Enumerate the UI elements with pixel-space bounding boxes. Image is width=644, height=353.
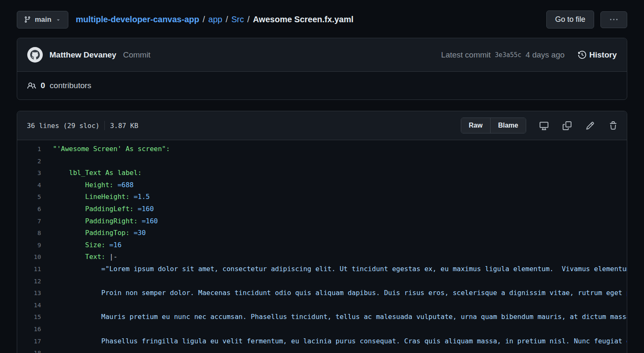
code-text — [41, 347, 57, 353]
raw-blame-group: Raw Blame — [461, 118, 526, 133]
line-number[interactable]: 9 — [17, 239, 41, 251]
code-text — [41, 323, 57, 335]
code-line: 3 lbl_Text As label: — [17, 167, 627, 179]
breadcrumb-segment-src[interactable]: Src — [231, 15, 244, 24]
line-number[interactable]: 3 — [17, 167, 41, 179]
code-text — [41, 275, 57, 288]
line-number[interactable]: 12 — [17, 275, 41, 288]
avatar[interactable] — [27, 47, 43, 63]
file-lines-info: 36 lines (29 sloc) — [27, 122, 99, 130]
line-number[interactable]: 1 — [17, 143, 41, 155]
commit-info-box: Matthew Devaney Commit Latest commit 3e3… — [17, 38, 627, 100]
breadcrumb-separator: / — [226, 15, 228, 24]
code-line: 9 Size: =16 — [17, 239, 627, 251]
more-options-button[interactable] — [600, 11, 627, 28]
line-number[interactable]: 2 — [17, 155, 41, 167]
code-line: 2 — [17, 155, 627, 167]
trash-icon — [609, 121, 618, 130]
pencil-icon — [586, 121, 595, 130]
kebab-icon — [610, 16, 618, 24]
go-to-file-button[interactable]: Go to file — [546, 10, 594, 29]
raw-button[interactable]: Raw — [461, 118, 490, 133]
code-line: 13 Proin non semper dolor. Maecenas tinc… — [17, 287, 627, 299]
code-line: 16 — [17, 323, 627, 335]
code-line: 1"'Awesome Screen' As screen": — [17, 143, 627, 155]
breadcrumb-file-name: Awesome Screen.fx.yaml — [253, 15, 353, 24]
code-line: 10 Text: |- — [17, 251, 627, 263]
contributors-count: 0 — [41, 81, 45, 90]
line-number[interactable]: 16 — [17, 323, 41, 335]
copy-file-button[interactable] — [562, 120, 572, 131]
topbar-right: Go to file — [546, 10, 627, 29]
code-line: 5 LineHeight: =1.5 — [17, 191, 627, 203]
open-raw-button[interactable] — [539, 120, 549, 131]
commit-hash[interactable]: 3e3a55c — [495, 51, 521, 59]
chevron-down-icon — [55, 17, 61, 23]
code-line: 8 PaddingTop: =30 — [17, 227, 627, 239]
blame-button[interactable]: Blame — [490, 118, 526, 133]
commit-message[interactable]: Commit — [123, 50, 150, 60]
file-content-box: 36 lines (29 sloc) 3.87 KB Raw Blame — [17, 111, 627, 353]
line-number[interactable]: 11 — [17, 263, 41, 275]
branch-name: main — [35, 16, 52, 24]
commit-author-name[interactable]: Matthew Devaney — [49, 50, 116, 60]
people-icon — [27, 81, 36, 90]
line-number[interactable]: 15 — [17, 311, 41, 323]
breadcrumb-separator: / — [247, 15, 250, 24]
line-number[interactable]: 4 — [17, 179, 41, 191]
code-line: 7 PaddingRight: =160 — [17, 215, 627, 227]
code-text: Proin non semper dolor. Maecenas tincidu… — [41, 287, 627, 299]
latest-commit-bar: Matthew Devaney Commit Latest commit 3e3… — [17, 38, 627, 72]
breadcrumb-repo-link[interactable]: multiple-developer-canvas-app — [76, 15, 200, 24]
breadcrumb: multiple-developer-canvas-app / app / Sr… — [76, 15, 353, 24]
code-text: PaddingLeft: =160 — [41, 203, 154, 215]
file-size: 3.87 KB — [110, 122, 138, 130]
commit-time: 4 days ago — [526, 50, 565, 60]
history-link[interactable]: History — [578, 50, 617, 60]
file-nav-bar: main multiple-developer-canvas-app / app… — [17, 10, 627, 29]
code-line: 18 — [17, 347, 627, 353]
breadcrumb-separator: / — [203, 15, 205, 24]
code-line: 14 — [17, 299, 627, 311]
code-text: Phasellus fringilla ligula eu velit ferm… — [41, 335, 627, 348]
code-line: 15 Mauris pretium eu nunc nec accumsan. … — [17, 311, 627, 323]
code-text: Size: =16 — [41, 239, 122, 251]
file-header-bar: 36 lines (29 sloc) 3.87 KB Raw Blame — [17, 111, 627, 140]
code-line: 4 Height: =688 — [17, 179, 627, 191]
code-text — [41, 155, 57, 167]
code-line: 12 — [17, 275, 627, 288]
line-number[interactable]: 6 — [17, 203, 41, 215]
code-viewer: 1"'Awesome Screen' As screen":2 3 lbl_Te… — [17, 140, 627, 353]
divider — [104, 121, 105, 130]
edit-file-button[interactable] — [585, 120, 595, 131]
contributors-label: contributors — [50, 81, 91, 90]
code-text: Text: |- — [41, 251, 117, 263]
code-text: Height: =688 — [41, 179, 134, 191]
latest-commit-label: Latest commit — [441, 50, 491, 60]
line-number[interactable]: 18 — [17, 347, 41, 353]
history-icon — [578, 51, 586, 59]
code-text: "'Awesome Screen' As screen": — [41, 143, 170, 155]
branch-selector[interactable]: main — [17, 11, 68, 29]
code-line: 6 PaddingLeft: =160 — [17, 203, 627, 215]
line-number[interactable]: 13 — [17, 287, 41, 299]
line-number[interactable]: 14 — [17, 299, 41, 311]
code-text: Mauris pretium eu nunc nec accumsan. Pha… — [41, 311, 627, 323]
git-branch-icon — [24, 16, 31, 23]
breadcrumb-segment-app[interactable]: app — [208, 15, 222, 24]
line-number[interactable]: 8 — [17, 227, 41, 239]
code-text: PaddingTop: =30 — [41, 227, 146, 239]
line-number[interactable]: 10 — [17, 251, 41, 263]
delete-file-button[interactable] — [608, 120, 618, 131]
commit-author: Matthew Devaney Commit — [27, 47, 151, 63]
line-number[interactable]: 7 — [17, 215, 41, 227]
line-number[interactable]: 17 — [17, 335, 41, 348]
code-text — [41, 299, 57, 311]
device-desktop-icon — [540, 121, 548, 130]
commit-meta: Latest commit 3e3a55c 4 days ago History — [441, 50, 617, 60]
contributors-row[interactable]: 0 contributors — [17, 72, 627, 99]
file-stats: 36 lines (29 sloc) 3.87 KB — [27, 121, 138, 130]
code-text: PaddingRight: =160 — [41, 215, 158, 227]
copy-icon — [563, 121, 571, 130]
line-number[interactable]: 5 — [17, 191, 41, 203]
